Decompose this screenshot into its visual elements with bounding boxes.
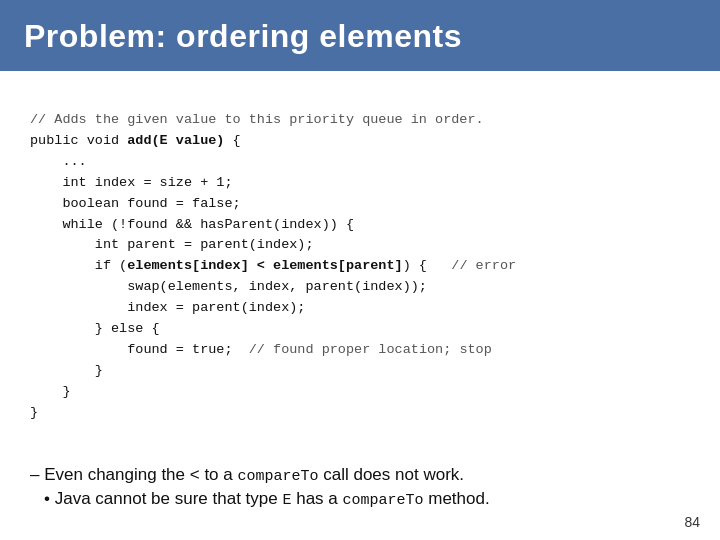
page-number: 84 [684, 514, 700, 530]
bottom-text: – Even changing the < to a compareTo cal… [0, 455, 720, 509]
code-line-3: int index = size + 1; [30, 175, 233, 190]
code-line-6: int parent = parent(index); [30, 237, 314, 252]
code-line-8: swap(elements, index, parent(index)); [30, 279, 427, 294]
code-line-10: } else { [30, 321, 160, 336]
compare-to-code: compareTo [237, 468, 318, 485]
code-line-11: found = true; // found proper location; … [30, 342, 492, 357]
type-e-code: E [282, 492, 291, 509]
slide-title: Problem: ordering elements [24, 18, 696, 55]
code-line-14: } [30, 405, 38, 420]
code-line-1: public void add(E value) { [30, 133, 241, 148]
bullet-line: • Java cannot be sure that type E has a … [44, 489, 690, 509]
dash-line: – Even changing the < to a compareTo cal… [30, 465, 690, 485]
header: Problem: ordering elements [0, 0, 720, 71]
code-block: // Adds the given value to this priority… [30, 89, 690, 445]
code-line-7: if (elements[index] < elements[parent]) … [30, 258, 516, 273]
code-line-9: index = parent(index); [30, 300, 305, 315]
comment-line: // Adds the given value to this priority… [30, 112, 484, 127]
compare-to-code-2: compareTo [343, 492, 424, 509]
code-line-2: ... [30, 154, 87, 169]
lt-symbol: < [190, 465, 200, 484]
code-line-12: } [30, 363, 103, 378]
code-line-4: boolean found = false; [30, 196, 241, 211]
code-line-13: } [30, 384, 71, 399]
code-line-5: while (!found && hasParent(index)) { [30, 217, 354, 232]
content-area: // Adds the given value to this priority… [0, 71, 720, 455]
